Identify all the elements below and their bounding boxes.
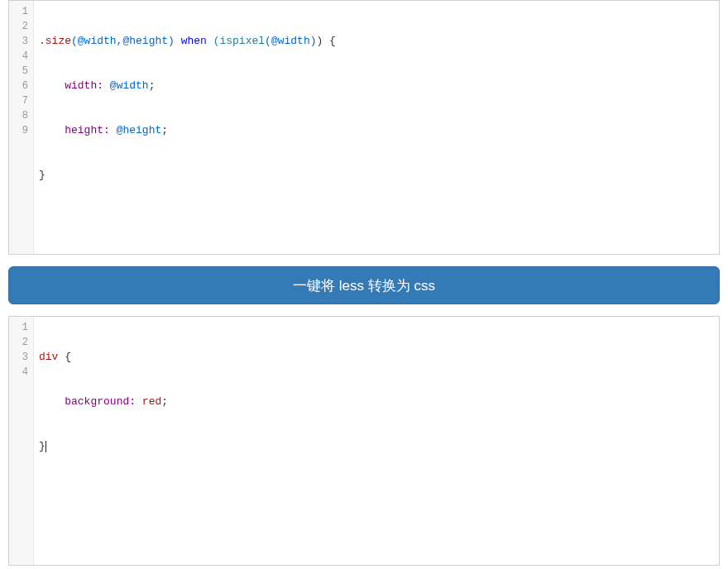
- css-output-editor[interactable]: 1 2 3 4 div { background: red; }: [8, 316, 720, 566]
- line-number: 4: [12, 365, 28, 380]
- code-line: }: [39, 439, 714, 454]
- code-line: background: red;: [39, 394, 714, 409]
- line-number: 2: [12, 19, 28, 34]
- code-line: [39, 484, 714, 499]
- code-line: }: [39, 168, 714, 183]
- line-number: 5: [12, 64, 28, 79]
- text-cursor: [46, 441, 46, 452]
- less-source-editor[interactable]: 1 2 3 4 5 6 7 8 9 .size(@width,@height) …: [8, 0, 720, 255]
- code-line: width: @width;: [39, 79, 714, 93]
- convert-less-to-css-button[interactable]: 一键将 less 转换为 css: [8, 266, 720, 304]
- code-line: .size(@width,@height) when (ispixel(@wid…: [39, 34, 714, 49]
- css-editor-gutter: 1 2 3 4: [9, 317, 34, 565]
- line-number: 3: [12, 34, 28, 49]
- line-number: 6: [12, 79, 28, 93]
- line-number: 1: [12, 4, 28, 19]
- less-code-area[interactable]: .size(@width,@height) when (ispixel(@wid…: [34, 1, 719, 254]
- code-line: div {: [39, 350, 714, 365]
- css-code-area[interactable]: div { background: red; }: [34, 317, 719, 565]
- code-line: height: @height;: [39, 123, 714, 138]
- line-number: 2: [12, 335, 28, 350]
- line-number: 4: [12, 49, 28, 64]
- line-number: 1: [12, 320, 28, 335]
- line-number: 8: [12, 108, 28, 123]
- line-number: 3: [12, 350, 28, 365]
- convert-button-label: 一键将 less 转换为 css: [293, 276, 435, 295]
- line-number: 9: [12, 123, 28, 138]
- line-number: 7: [12, 93, 28, 108]
- less-editor-gutter: 1 2 3 4 5 6 7 8 9: [9, 1, 34, 254]
- code-line: [39, 213, 714, 227]
